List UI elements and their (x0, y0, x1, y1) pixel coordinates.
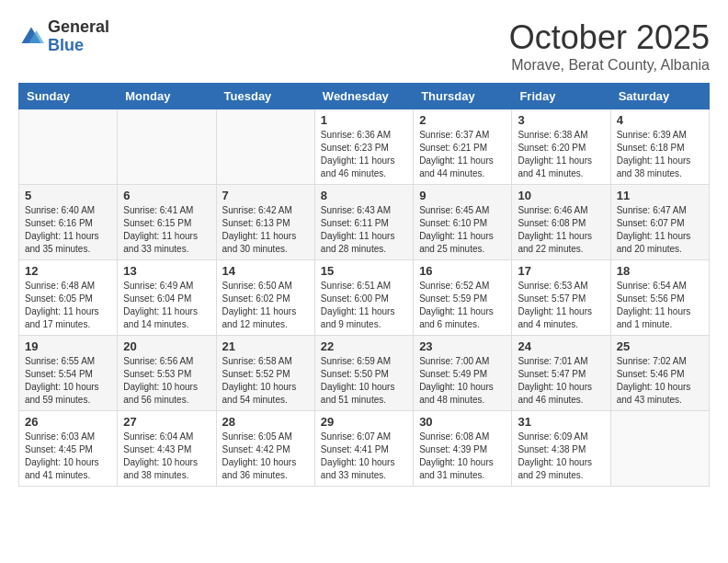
day-number: 12 (25, 264, 111, 278)
calendar-cell: 28Sunrise: 6:05 AMSunset: 4:42 PMDayligh… (216, 411, 314, 487)
day-info: Sunrise: 6:46 AMSunset: 6:08 PMDaylight:… (518, 204, 604, 256)
day-number: 2 (419, 113, 506, 127)
calendar-cell: 23Sunrise: 7:00 AMSunset: 5:49 PMDayligh… (414, 336, 512, 411)
calendar-week-4: 19Sunrise: 6:55 AMSunset: 5:54 PMDayligh… (19, 336, 710, 411)
calendar-cell: 3Sunrise: 6:38 AMSunset: 6:20 PMDaylight… (512, 109, 610, 185)
day-info: Sunrise: 6:56 AMSunset: 5:53 PMDaylight:… (123, 355, 210, 407)
day-header-tuesday: Tuesday (216, 84, 314, 109)
day-info: Sunrise: 7:01 AMSunset: 5:47 PMDaylight:… (518, 355, 604, 407)
calendar-cell: 31Sunrise: 6:09 AMSunset: 4:38 PMDayligh… (512, 411, 610, 487)
location-subtitle: Morave, Berat County, Albania (509, 57, 710, 74)
calendar-cell: 29Sunrise: 6:07 AMSunset: 4:41 PMDayligh… (314, 411, 413, 487)
calendar-cell: 25Sunrise: 7:02 AMSunset: 5:46 PMDayligh… (610, 336, 709, 411)
day-number: 23 (419, 339, 506, 353)
day-header-wednesday: Wednesday (314, 84, 413, 109)
day-number: 13 (123, 264, 210, 278)
day-info: Sunrise: 7:02 AMSunset: 5:46 PMDaylight:… (617, 355, 703, 407)
day-number: 14 (222, 264, 309, 278)
day-info: Sunrise: 6:55 AMSunset: 5:54 PMDaylight:… (25, 355, 111, 407)
day-info: Sunrise: 6:40 AMSunset: 6:16 PMDaylight:… (25, 204, 111, 256)
logo-icon (18, 24, 44, 50)
day-header-thursday: Thursday (414, 84, 512, 109)
day-number: 22 (321, 339, 407, 353)
calendar-cell: 16Sunrise: 6:52 AMSunset: 5:59 PMDayligh… (414, 260, 512, 336)
day-number: 16 (419, 264, 506, 278)
day-number: 9 (419, 189, 506, 202)
calendar-cell: 24Sunrise: 7:01 AMSunset: 5:47 PMDayligh… (512, 336, 610, 411)
day-info: Sunrise: 6:52 AMSunset: 5:59 PMDaylight:… (419, 280, 506, 331)
logo-text: General Blue (48, 18, 109, 55)
day-number: 26 (25, 415, 111, 429)
calendar-cell: 1Sunrise: 6:36 AMSunset: 6:23 PMDaylight… (314, 109, 413, 185)
calendar-week-3: 12Sunrise: 6:48 AMSunset: 6:05 PMDayligh… (19, 260, 710, 336)
day-info: Sunrise: 6:45 AMSunset: 6:10 PMDaylight:… (419, 204, 506, 256)
calendar-table: SundayMondayTuesdayWednesdayThursdayFrid… (18, 83, 710, 487)
calendar-cell: 13Sunrise: 6:49 AMSunset: 6:04 PMDayligh… (118, 260, 216, 336)
calendar-week-2: 5Sunrise: 6:40 AMSunset: 6:16 PMDaylight… (19, 185, 710, 260)
day-number: 27 (123, 415, 210, 429)
calendar-cell: 17Sunrise: 6:53 AMSunset: 5:57 PMDayligh… (512, 260, 610, 336)
calendar-week-1: 1Sunrise: 6:36 AMSunset: 6:23 PMDaylight… (19, 109, 710, 185)
calendar-cell: 6Sunrise: 6:41 AMSunset: 6:15 PMDaylight… (118, 185, 216, 260)
day-number: 29 (321, 415, 407, 429)
day-info: Sunrise: 6:51 AMSunset: 6:00 PMDaylight:… (321, 280, 407, 331)
day-number: 28 (222, 415, 309, 429)
day-info: Sunrise: 6:05 AMSunset: 4:42 PMDaylight:… (222, 431, 309, 482)
day-number: 10 (518, 189, 604, 202)
day-info: Sunrise: 6:53 AMSunset: 5:57 PMDaylight:… (518, 280, 604, 331)
day-info: Sunrise: 6:08 AMSunset: 4:39 PMDaylight:… (419, 431, 506, 482)
calendar-cell: 26Sunrise: 6:03 AMSunset: 4:45 PMDayligh… (19, 411, 118, 487)
calendar-cell: 10Sunrise: 6:46 AMSunset: 6:08 PMDayligh… (512, 185, 610, 260)
calendar-cell: 21Sunrise: 6:58 AMSunset: 5:52 PMDayligh… (216, 336, 314, 411)
calendar-cell: 5Sunrise: 6:40 AMSunset: 6:16 PMDaylight… (19, 185, 118, 260)
day-header-monday: Monday (118, 84, 216, 109)
day-info: Sunrise: 6:39 AMSunset: 6:18 PMDaylight:… (617, 129, 703, 180)
calendar-cell (216, 109, 314, 185)
month-title: October 2025 (509, 18, 710, 57)
day-info: Sunrise: 6:49 AMSunset: 6:04 PMDaylight:… (123, 280, 210, 331)
calendar-cell: 9Sunrise: 6:45 AMSunset: 6:10 PMDaylight… (414, 185, 512, 260)
day-info: Sunrise: 6:42 AMSunset: 6:13 PMDaylight:… (222, 204, 309, 256)
day-info: Sunrise: 6:41 AMSunset: 6:15 PMDaylight:… (123, 204, 210, 256)
day-number: 7 (222, 189, 309, 202)
day-number: 24 (518, 339, 604, 353)
day-number: 3 (518, 113, 604, 127)
day-number: 19 (25, 339, 111, 353)
day-number: 8 (321, 189, 407, 202)
calendar-cell: 22Sunrise: 6:59 AMSunset: 5:50 PMDayligh… (314, 336, 413, 411)
calendar-cell: 4Sunrise: 6:39 AMSunset: 6:18 PMDaylight… (610, 109, 709, 185)
calendar-cell (118, 109, 216, 185)
day-number: 18 (617, 264, 703, 278)
day-info: Sunrise: 6:59 AMSunset: 5:50 PMDaylight:… (321, 355, 407, 407)
day-info: Sunrise: 6:38 AMSunset: 6:20 PMDaylight:… (518, 129, 604, 180)
day-info: Sunrise: 6:58 AMSunset: 5:52 PMDaylight:… (222, 355, 309, 407)
day-info: Sunrise: 6:04 AMSunset: 4:43 PMDaylight:… (123, 431, 210, 482)
day-info: Sunrise: 6:50 AMSunset: 6:02 PMDaylight:… (222, 280, 309, 331)
day-number: 20 (123, 339, 210, 353)
calendar-body: 1Sunrise: 6:36 AMSunset: 6:23 PMDaylight… (19, 109, 710, 487)
calendar-cell: 19Sunrise: 6:55 AMSunset: 5:54 PMDayligh… (19, 336, 118, 411)
day-info: Sunrise: 6:09 AMSunset: 4:38 PMDaylight:… (518, 431, 604, 482)
day-info: Sunrise: 6:54 AMSunset: 5:56 PMDaylight:… (617, 280, 703, 331)
day-headers-row: SundayMondayTuesdayWednesdayThursdayFrid… (19, 84, 710, 109)
day-number: 6 (123, 189, 210, 202)
day-info: Sunrise: 6:48 AMSunset: 6:05 PMDaylight:… (25, 280, 111, 331)
day-number: 4 (617, 113, 703, 127)
calendar-header: SundayMondayTuesdayWednesdayThursdayFrid… (19, 84, 710, 109)
calendar-cell (19, 109, 118, 185)
calendar-cell (610, 411, 709, 487)
day-header-saturday: Saturday (610, 84, 709, 109)
day-info: Sunrise: 6:43 AMSunset: 6:11 PMDaylight:… (321, 204, 407, 256)
day-number: 1 (321, 113, 407, 127)
day-info: Sunrise: 7:00 AMSunset: 5:49 PMDaylight:… (419, 355, 506, 407)
day-number: 25 (617, 339, 703, 353)
calendar-cell: 30Sunrise: 6:08 AMSunset: 4:39 PMDayligh… (414, 411, 512, 487)
calendar-cell: 7Sunrise: 6:42 AMSunset: 6:13 PMDaylight… (216, 185, 314, 260)
logo: General Blue (18, 18, 109, 55)
calendar-cell: 2Sunrise: 6:37 AMSunset: 6:21 PMDaylight… (414, 109, 512, 185)
page-header: General Blue October 2025 Morave, Berat … (18, 18, 710, 74)
calendar-week-5: 26Sunrise: 6:03 AMSunset: 4:45 PMDayligh… (19, 411, 710, 487)
day-number: 30 (419, 415, 506, 429)
day-info: Sunrise: 6:03 AMSunset: 4:45 PMDaylight:… (25, 431, 111, 482)
day-info: Sunrise: 6:07 AMSunset: 4:41 PMDaylight:… (321, 431, 407, 482)
